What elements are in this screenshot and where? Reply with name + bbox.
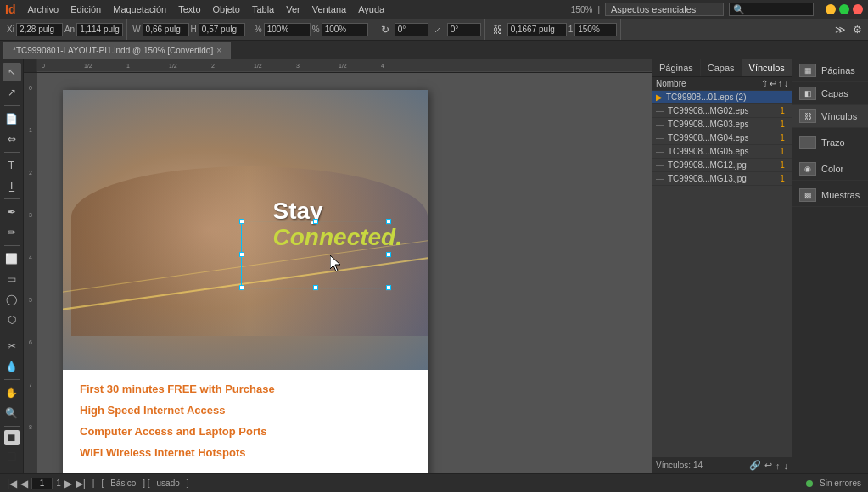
link-status-6: 1 xyxy=(776,174,788,183)
scale-x-input[interactable] xyxy=(264,23,311,36)
svg-text:2: 2 xyxy=(29,170,32,176)
scissors-tool[interactable]: ✂ xyxy=(3,337,21,355)
links-chain-icon[interactable]: 🔗 xyxy=(749,460,761,471)
links-row-0[interactable]: ▶ TC99908...01.eps (2) xyxy=(652,91,792,104)
status-zoom-label: [ xyxy=(101,478,104,488)
select-tool[interactable]: ↖ xyxy=(3,63,21,81)
fill-color[interactable]: ■ xyxy=(4,430,20,445)
svg-text:2: 2 xyxy=(211,63,215,69)
links-extra-icon1[interactable]: ↩ xyxy=(770,79,776,88)
maximize-button[interactable] xyxy=(839,4,849,14)
gap-tool[interactable]: ⇔ xyxy=(3,130,21,148)
links-tab[interactable]: Vínculos xyxy=(742,59,792,76)
menu-tabla[interactable]: Tabla xyxy=(247,3,279,16)
w-input[interactable] xyxy=(143,23,189,36)
shear-icon: ⟋ xyxy=(430,22,445,37)
h-label: H xyxy=(191,25,197,34)
links-row-4[interactable]: — TC99908...MG05.eps 1 xyxy=(652,145,792,159)
scale-y-input[interactable] xyxy=(322,23,368,36)
stroke-color[interactable]: □ xyxy=(3,447,21,466)
links-extra-icon2[interactable]: ↑ xyxy=(778,79,782,88)
first-page-button[interactable]: |◀ xyxy=(7,478,17,489)
links-row-3[interactable]: — TC99908...MG04.eps 1 xyxy=(652,131,792,145)
constrain-icon[interactable]: ⛓ xyxy=(490,22,506,37)
shear-input[interactable] xyxy=(447,23,481,36)
canvas-area[interactable]: 0 1/2 1 1/2 2 1/2 3 1/2 4 0 1 2 3 xyxy=(24,59,652,473)
total-pages-label: 1 xyxy=(56,478,61,488)
tab-close-button[interactable]: × xyxy=(216,46,221,55)
prev-page-button[interactable]: ◀ xyxy=(20,478,28,489)
extra-icon[interactable]: ≫ xyxy=(832,22,848,37)
scale-x-label: % xyxy=(255,25,262,34)
links-row-6[interactable]: — TC99908...MG13.jpg 1 xyxy=(652,172,792,186)
menu-ventana[interactable]: Ventana xyxy=(307,3,351,16)
minimize-button[interactable] xyxy=(826,4,836,14)
svg-text:1/2: 1/2 xyxy=(254,63,262,69)
ellipse-tool[interactable]: ◯ xyxy=(3,290,21,309)
x-input[interactable] xyxy=(16,23,63,36)
settings-icon[interactable]: ⚙ xyxy=(849,22,865,37)
direct-select-tool[interactable]: ↗ xyxy=(3,83,21,102)
link-status-5: 1 xyxy=(776,160,788,170)
pages-panel-item[interactable]: ▦ Páginas xyxy=(792,59,868,82)
pencil-tool[interactable]: ✏ xyxy=(3,223,21,242)
rect-tool[interactable]: ▭ xyxy=(3,270,21,288)
links-extra-icon3[interactable]: ↓ xyxy=(784,79,788,88)
links-relink-icon[interactable]: ↩ xyxy=(764,460,772,471)
menu-objeto[interactable]: Objeto xyxy=(208,3,245,16)
next-page-button[interactable]: ▶ xyxy=(64,478,72,489)
document-tab[interactable]: *TC9990801-LAYOUT-PI1.indd @ 150% [Conve… xyxy=(3,42,231,59)
svg-text:4: 4 xyxy=(29,254,32,260)
menu-ayuda[interactable]: Ayuda xyxy=(353,3,389,16)
trazo-panel-item[interactable]: — Trazo xyxy=(792,131,868,154)
color-panel-item[interactable]: ◉ Color xyxy=(792,158,868,181)
y-input[interactable] xyxy=(76,23,123,36)
tool-separator-1 xyxy=(4,105,20,106)
pages-panel-label: Páginas xyxy=(821,65,855,75)
layers-panel-item[interactable]: ◧ Capas xyxy=(792,82,868,105)
search-input[interactable] xyxy=(729,3,814,16)
page-number-input[interactable] xyxy=(31,478,53,489)
connected-text: Connected. xyxy=(273,225,402,251)
aspects-input[interactable] xyxy=(605,3,724,16)
svg-text:4: 4 xyxy=(381,63,384,69)
menu-archivo[interactable]: Archivo xyxy=(22,3,64,16)
last-page-button[interactable]: ▶| xyxy=(76,478,86,489)
h-input[interactable] xyxy=(199,23,245,36)
page-tool[interactable]: 📄 xyxy=(3,109,21,128)
svg-text:1: 1 xyxy=(126,63,130,69)
links-row-1[interactable]: — TC99908...MG02.eps 1 xyxy=(652,104,792,118)
menu-maquetacion[interactable]: Maquetación xyxy=(108,3,171,16)
hand-tool[interactable]: ✋ xyxy=(3,383,21,402)
pen-tool[interactable]: ✒ xyxy=(3,203,21,221)
links-update-icon[interactable]: ↑ xyxy=(776,461,781,471)
layers-tab[interactable]: Capas xyxy=(701,59,742,76)
stay-text: Stay xyxy=(273,198,402,225)
eyedropper-tool[interactable]: 💧 xyxy=(3,357,21,376)
toolbar-transform-group: Xi An xyxy=(3,19,127,40)
val1-input[interactable] xyxy=(507,23,567,36)
zoom-tool[interactable]: 🔍 xyxy=(3,404,21,422)
links-row-5[interactable]: — TC99908...MG12.jpg 1 xyxy=(652,159,792,172)
close-button[interactable] xyxy=(853,4,863,14)
zoom-input[interactable] xyxy=(574,23,617,36)
menu-texto[interactable]: Texto xyxy=(173,3,205,16)
type-path-tool[interactable]: T̲ xyxy=(3,176,21,195)
tab-label: *TC9990801-LAYOUT-PI1.indd @ 150% [Conve… xyxy=(13,46,213,55)
type-tool[interactable]: T xyxy=(3,156,21,175)
links-row-2[interactable]: — TC99908...MG03.eps 1 xyxy=(652,118,792,131)
muestras-panel-item[interactable]: ▩ Muestras xyxy=(792,184,868,207)
pages-tab[interactable]: Páginas xyxy=(652,59,701,76)
text-item-0: First 30 minutes FREE with Purchase xyxy=(80,383,411,395)
angle-input[interactable] xyxy=(395,23,428,36)
rect-frame-tool[interactable]: ⬜ xyxy=(3,249,21,268)
menu-ver[interactable]: Ver xyxy=(281,3,305,16)
svg-text:3: 3 xyxy=(29,212,32,218)
vinculos-panel-item[interactable]: ⛓ Vínculos xyxy=(792,105,868,128)
links-sort-icon[interactable]: ⇧ xyxy=(761,79,768,88)
links-info-icon[interactable]: ↓ xyxy=(784,461,789,471)
canvas-content[interactable]: Stay Connected. xyxy=(37,73,652,473)
menu-edicion[interactable]: Edición xyxy=(65,3,106,16)
toolbar-extra-group: ⛓ 1 xyxy=(487,19,622,40)
polygon-tool[interactable]: ⬡ xyxy=(3,310,21,329)
